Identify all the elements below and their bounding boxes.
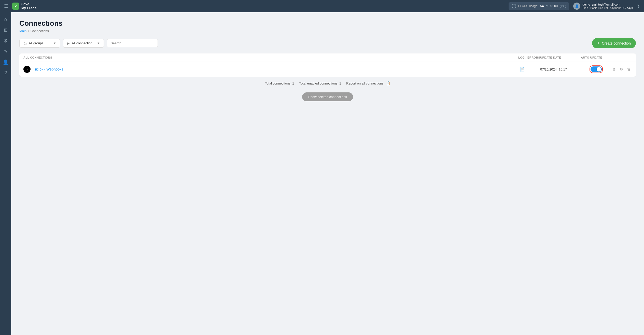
logo-text: Save My Leads. (21, 2, 37, 10)
show-deleted-button[interactable]: Show deleted connections (302, 92, 353, 101)
usage-count: 54 (540, 4, 544, 8)
sidebar-item-home[interactable]: ⌂ (1, 15, 10, 24)
user-info: 👤 demo_sml_test@gmail.com Plan | Basic |… (573, 3, 633, 10)
toggle-container (590, 65, 603, 73)
log-icon[interactable]: 📄 (520, 67, 525, 72)
update-date-value: 07/26/2024 (540, 67, 557, 71)
logo-icon: ✓ (12, 3, 19, 10)
toggle-wrapper (581, 65, 611, 73)
col-update-date: UPDATE DATE (540, 56, 581, 59)
tiktok-icon: ♪ (23, 66, 31, 73)
create-connection-button[interactable]: + Create connection (592, 38, 636, 48)
breadcrumb-current: Connections (31, 29, 49, 33)
usage-total: 5'000 (550, 4, 558, 8)
create-connection-label: Create connection (602, 41, 631, 45)
user-email: demo_sml_test@gmail.com (582, 3, 633, 6)
update-date-cell: 07/26/2024 15:17 (540, 67, 581, 71)
summary-row: Total connections: 1 Total enabled conne… (19, 77, 636, 90)
sidebar-item-billing[interactable]: $ (1, 36, 10, 45)
toolbar: 🗂 All groups ▼ ▶ All connection ▼ + Crea… (19, 38, 636, 48)
all-groups-label: All groups (29, 41, 44, 45)
sidebar-item-connections[interactable]: ⊞ (1, 25, 10, 35)
topbar: ☰ ✓ Save My Leads. i LEADS usage: 54 of … (0, 0, 644, 12)
menu-icon[interactable]: ☰ (4, 3, 8, 9)
sidebar-item-help[interactable]: ? (1, 68, 10, 77)
chevron-down-icon: ▼ (53, 41, 56, 45)
search-input[interactable] (107, 39, 158, 47)
total-enabled-connections: Total enabled connections: 1 (299, 81, 341, 85)
show-deleted-wrapper: Show deleted connections (19, 90, 636, 106)
total-connections: Total connections: 1 (265, 81, 294, 85)
breadcrumb: Main / Connections (19, 29, 636, 33)
sidebar-item-profile[interactable]: 👤 (1, 58, 10, 67)
connection-name-cell: ♪ TikTok - Webhooks (23, 66, 505, 73)
auto-update-toggle[interactable] (591, 66, 602, 72)
logo: ✓ Save My Leads. (12, 2, 37, 10)
content-area: Connections Main / Connections 🗂 All gro… (11, 12, 644, 335)
all-connection-dropdown[interactable]: ▶ All connection ▼ (63, 39, 104, 48)
connection-link[interactable]: TikTok - Webhooks (33, 67, 63, 71)
folder-icon: 🗂 (23, 41, 27, 45)
page-title: Connections (19, 19, 636, 27)
avatar: 👤 (573, 3, 580, 10)
report-icon[interactable]: 📋 (386, 81, 390, 85)
update-time-value: 15:17 (559, 67, 567, 71)
sidebar: ⌂ ⊞ $ ✎ 👤 ? (0, 12, 11, 335)
chevron-right-icon[interactable]: ❯ (637, 4, 640, 8)
copy-icon[interactable]: ⧉ (612, 66, 617, 73)
connections-table: ALL CONNECTIONS LOG / ERRORS UPDATE DATE… (19, 53, 636, 77)
sidebar-item-edit[interactable]: ✎ (1, 47, 10, 56)
col-all-connections: ALL CONNECTIONS (23, 56, 505, 59)
plus-icon: + (597, 40, 600, 46)
breadcrumb-separator: / (28, 29, 29, 33)
row-actions: ⧉ ⚙ 🗑 (611, 66, 632, 73)
play-icon: ▶ (67, 41, 70, 45)
col-log-errors: LOG / ERRORS (505, 56, 540, 59)
user-plan: Plan | Basic | left until payment 159 da… (582, 6, 633, 9)
settings-icon[interactable]: ⚙ (619, 66, 624, 73)
table-header: ALL CONNECTIONS LOG / ERRORS UPDATE DATE… (19, 53, 636, 62)
chevron-down-icon-2: ▼ (97, 41, 100, 45)
leads-usage-widget: i LEADS usage: 54 of 5'000 (1%) (509, 2, 569, 10)
table-row: ♪ TikTok - Webhooks 📄 07/26/2024 15:17 (19, 62, 636, 77)
col-auto-update: AUTO UPDATE (581, 56, 611, 59)
all-groups-dropdown[interactable]: 🗂 All groups ▼ (19, 39, 60, 48)
all-connection-label: All connection (72, 41, 92, 45)
delete-icon[interactable]: 🗑 (626, 66, 632, 73)
report-on-all: Report on all connections: 📋 (346, 81, 390, 85)
info-icon: i (512, 4, 516, 8)
usage-pct: (1%) (560, 4, 566, 8)
usage-label: LEADS usage: (518, 4, 538, 8)
breadcrumb-main-link[interactable]: Main (19, 29, 26, 33)
